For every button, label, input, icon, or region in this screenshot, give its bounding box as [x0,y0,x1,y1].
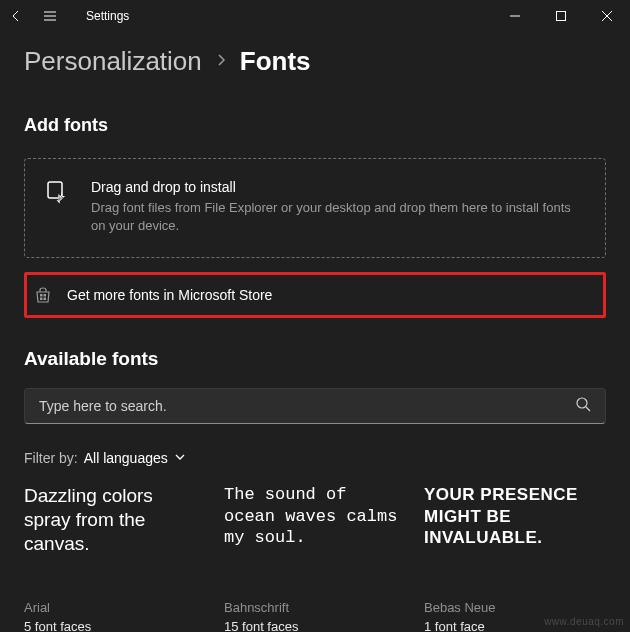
svg-rect-0 [557,12,566,21]
svg-point-6 [577,398,587,408]
search-input[interactable] [39,398,575,414]
titlebar-left: Settings [8,8,129,24]
dropzone-text: Drag and drop to install Drag font files… [91,179,585,235]
dropzone-subtitle: Drag font files from File Explorer or yo… [91,199,585,235]
back-button[interactable] [8,8,24,24]
filter-value: All languages [84,450,168,466]
svg-rect-4 [40,298,43,301]
font-sample: The sound of ocean waves calms my soul. [224,484,404,584]
search-icon[interactable] [575,396,591,416]
font-name: Bebas Neue [424,600,604,615]
close-button[interactable] [584,0,630,32]
font-faces: 5 font faces [24,619,204,632]
drag-drop-icon [45,179,73,207]
svg-rect-5 [44,298,47,301]
dropzone-title: Drag and drop to install [91,179,585,195]
svg-rect-2 [40,294,43,297]
svg-rect-3 [44,294,47,297]
filter-label: Filter by: [24,450,78,466]
watermark: www.deuaq.com [544,616,624,627]
font-sample: Dazzling colors spray from the canvas. [24,484,204,584]
font-faces: 15 font faces [224,619,404,632]
font-card[interactable]: The sound of ocean waves calms my soul. … [224,484,404,632]
breadcrumb: Personalization Fonts [24,46,606,77]
store-icon [33,285,53,305]
window-controls [492,0,630,32]
chevron-right-icon [216,51,226,72]
font-name: Arial [24,600,204,615]
titlebar: Settings [0,0,630,32]
font-name: Bahnschrift [224,600,404,615]
filter-dropdown[interactable]: Filter by: All languages [24,450,606,466]
font-card[interactable]: Your presence might be invaluable. Bebas… [424,484,604,632]
store-link-label: Get more fonts in Microsoft Store [67,287,272,303]
font-grid: Dazzling colors spray from the canvas. A… [24,484,606,632]
minimize-button[interactable] [492,0,538,32]
breadcrumb-current: Fonts [240,46,311,77]
content-area: Personalization Fonts Add fonts Drag and… [0,32,630,632]
chevron-down-icon [174,450,186,466]
font-search-box[interactable] [24,388,606,424]
maximize-button[interactable] [538,0,584,32]
app-title: Settings [86,9,129,23]
menu-button[interactable] [42,8,58,24]
font-card[interactable]: Dazzling colors spray from the canvas. A… [24,484,204,632]
font-sample: Your presence might be invaluable. [424,484,604,584]
available-fonts-heading: Available fonts [24,348,606,370]
add-fonts-heading: Add fonts [24,115,606,136]
font-dropzone[interactable]: Drag and drop to install Drag font files… [24,158,606,258]
breadcrumb-parent[interactable]: Personalization [24,46,202,77]
get-more-fonts-link[interactable]: Get more fonts in Microsoft Store [24,272,606,318]
